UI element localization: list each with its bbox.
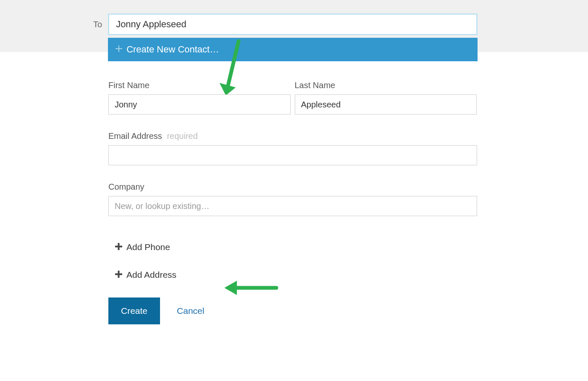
- email-label: Email Address required: [108, 131, 477, 141]
- required-hint: required: [167, 131, 197, 141]
- last-name-label: Last Name: [295, 81, 477, 90]
- add-address-text: Add Address: [126, 270, 176, 280]
- create-button[interactable]: Create: [108, 297, 160, 324]
- company-group: Company: [108, 182, 477, 216]
- add-phone-link[interactable]: Add Phone: [115, 242, 477, 252]
- company-input[interactable]: [108, 196, 477, 216]
- to-input[interactable]: [108, 13, 478, 35]
- to-row: To Create New Contact…: [0, 13, 588, 35]
- email-group: Email Address required: [108, 131, 477, 165]
- button-row: Create Cancel: [108, 297, 477, 324]
- first-name-group: First Name: [108, 81, 291, 115]
- email-input[interactable]: [108, 145, 477, 165]
- first-name-label: First Name: [108, 81, 291, 90]
- company-label: Company: [108, 182, 477, 192]
- plus-icon: [115, 271, 122, 279]
- add-phone-text: Add Phone: [126, 242, 170, 252]
- to-label: To: [93, 20, 102, 29]
- contact-form: First Name Last Name Email Address requi…: [0, 52, 477, 324]
- last-name-input[interactable]: [295, 94, 477, 115]
- plus-icon: [115, 243, 122, 251]
- to-section: To Create New Contact…: [0, 0, 588, 52]
- add-address-link[interactable]: Add Address: [115, 270, 477, 280]
- last-name-group: Last Name: [295, 81, 477, 115]
- email-label-text: Email Address: [108, 131, 162, 141]
- name-row: First Name Last Name: [108, 81, 477, 115]
- first-name-input[interactable]: [108, 94, 291, 115]
- cancel-link[interactable]: Cancel: [177, 306, 204, 316]
- to-input-wrapper: Create New Contact…: [108, 13, 478, 35]
